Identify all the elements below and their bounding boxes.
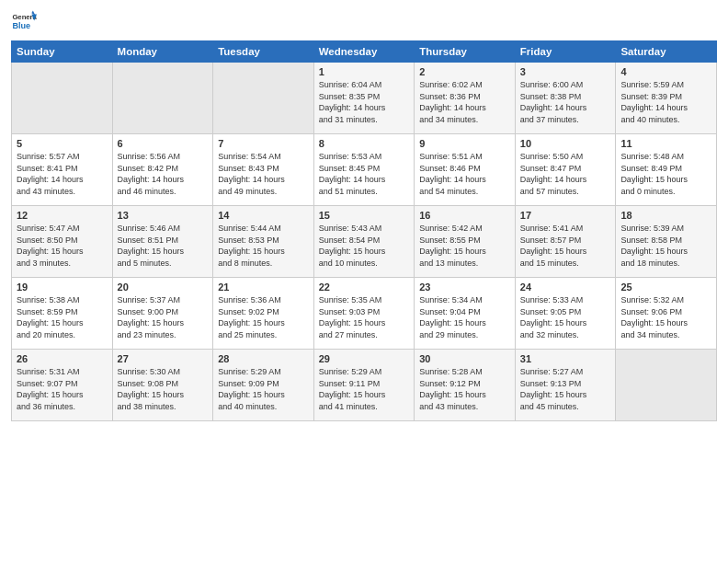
day-number: 27 — [118, 353, 209, 364]
calendar-cell — [112, 63, 213, 134]
day-number: 7 — [218, 138, 309, 149]
col-header-monday: Monday — [112, 41, 213, 63]
day-number: 13 — [118, 210, 209, 221]
calendar-cell — [12, 63, 113, 134]
day-info: Sunrise: 5:39 AMSunset: 8:58 PMDaylight:… — [620, 223, 711, 269]
day-info: Sunrise: 5:44 AMSunset: 8:53 PMDaylight:… — [218, 223, 309, 269]
day-number: 26 — [17, 353, 108, 364]
day-info: Sunrise: 5:32 AMSunset: 9:06 PMDaylight:… — [620, 294, 711, 340]
week-row-4: 19Sunrise: 5:38 AMSunset: 8:59 PMDayligh… — [12, 278, 717, 350]
page-container: General Blue SundayMondayTuesdayWednesda… — [0, 0, 728, 429]
day-number: 8 — [319, 138, 410, 149]
day-number: 29 — [319, 353, 410, 364]
calendar-cell: 24Sunrise: 5:33 AMSunset: 9:05 PMDayligh… — [515, 278, 616, 350]
calendar-cell: 3Sunrise: 6:00 AMSunset: 8:38 PMDaylight… — [515, 63, 616, 134]
day-number: 6 — [118, 138, 209, 149]
day-number: 5 — [17, 138, 108, 149]
day-number: 2 — [419, 66, 510, 77]
day-number: 16 — [419, 210, 510, 221]
day-info: Sunrise: 5:54 AMSunset: 8:43 PMDaylight:… — [218, 151, 309, 197]
day-info: Sunrise: 5:31 AMSunset: 9:07 PMDaylight:… — [17, 366, 108, 412]
calendar-cell: 7Sunrise: 5:54 AMSunset: 8:43 PMDaylight… — [213, 134, 314, 206]
calendar-cell: 21Sunrise: 5:36 AMSunset: 9:02 PMDayligh… — [213, 278, 314, 350]
day-info: Sunrise: 5:37 AMSunset: 9:00 PMDaylight:… — [118, 294, 209, 340]
calendar-cell: 14Sunrise: 5:44 AMSunset: 8:53 PMDayligh… — [213, 206, 314, 278]
day-info: Sunrise: 5:59 AMSunset: 8:39 PMDaylight:… — [620, 79, 711, 125]
day-info: Sunrise: 6:02 AMSunset: 8:36 PMDaylight:… — [419, 79, 510, 125]
day-info: Sunrise: 5:46 AMSunset: 8:51 PMDaylight:… — [118, 223, 209, 269]
col-header-tuesday: Tuesday — [213, 41, 314, 63]
header-row: SundayMondayTuesdayWednesdayThursdayFrid… — [12, 41, 717, 63]
calendar-cell: 20Sunrise: 5:37 AMSunset: 9:00 PMDayligh… — [112, 278, 213, 350]
logo: General Blue — [11, 9, 40, 35]
col-header-wednesday: Wednesday — [313, 41, 415, 63]
day-info: Sunrise: 5:51 AMSunset: 8:46 PMDaylight:… — [419, 151, 510, 197]
day-info: Sunrise: 5:53 AMSunset: 8:45 PMDaylight:… — [319, 151, 410, 197]
day-number: 23 — [419, 282, 510, 293]
day-number: 10 — [520, 138, 611, 149]
day-number: 1 — [319, 66, 410, 77]
calendar-cell: 22Sunrise: 5:35 AMSunset: 9:03 PMDayligh… — [313, 278, 415, 350]
day-number: 21 — [218, 282, 309, 293]
calendar-cell: 1Sunrise: 6:04 AMSunset: 8:35 PMDaylight… — [313, 63, 415, 134]
calendar-cell: 18Sunrise: 5:39 AMSunset: 8:58 PMDayligh… — [616, 206, 717, 278]
calendar-cell: 28Sunrise: 5:29 AMSunset: 9:09 PMDayligh… — [213, 350, 314, 421]
day-number: 4 — [620, 66, 711, 77]
calendar-cell: 27Sunrise: 5:30 AMSunset: 9:08 PMDayligh… — [112, 350, 213, 421]
day-number: 18 — [620, 210, 711, 221]
day-info: Sunrise: 5:50 AMSunset: 8:47 PMDaylight:… — [520, 151, 611, 197]
calendar-cell: 31Sunrise: 5:27 AMSunset: 9:13 PMDayligh… — [515, 350, 616, 421]
day-info: Sunrise: 5:34 AMSunset: 9:04 PMDaylight:… — [419, 294, 510, 340]
day-info: Sunrise: 5:42 AMSunset: 8:55 PMDaylight:… — [419, 223, 510, 269]
week-row-3: 12Sunrise: 5:47 AMSunset: 8:50 PMDayligh… — [12, 206, 717, 278]
col-header-friday: Friday — [515, 41, 616, 63]
day-number: 12 — [17, 210, 108, 221]
calendar-cell: 30Sunrise: 5:28 AMSunset: 9:12 PMDayligh… — [415, 350, 516, 421]
week-row-5: 26Sunrise: 5:31 AMSunset: 9:07 PMDayligh… — [12, 350, 717, 421]
calendar-cell: 8Sunrise: 5:53 AMSunset: 8:45 PMDaylight… — [313, 134, 415, 206]
day-info: Sunrise: 5:43 AMSunset: 8:54 PMDaylight:… — [319, 223, 410, 269]
calendar-cell: 29Sunrise: 5:29 AMSunset: 9:11 PMDayligh… — [313, 350, 415, 421]
day-number: 24 — [520, 282, 611, 293]
calendar-cell: 2Sunrise: 6:02 AMSunset: 8:36 PMDaylight… — [415, 63, 516, 134]
calendar-cell: 19Sunrise: 5:38 AMSunset: 8:59 PMDayligh… — [12, 278, 113, 350]
calendar-cell: 25Sunrise: 5:32 AMSunset: 9:06 PMDayligh… — [616, 278, 717, 350]
calendar-cell: 10Sunrise: 5:50 AMSunset: 8:47 PMDayligh… — [515, 134, 616, 206]
calendar-cell: 17Sunrise: 5:41 AMSunset: 8:57 PMDayligh… — [515, 206, 616, 278]
calendar-cell: 4Sunrise: 5:59 AMSunset: 8:39 PMDaylight… — [616, 63, 717, 134]
calendar-cell — [213, 63, 314, 134]
day-number: 11 — [620, 138, 711, 149]
calendar-cell: 13Sunrise: 5:46 AMSunset: 8:51 PMDayligh… — [112, 206, 213, 278]
calendar-cell: 11Sunrise: 5:48 AMSunset: 8:49 PMDayligh… — [616, 134, 717, 206]
calendar-cell: 23Sunrise: 5:34 AMSunset: 9:04 PMDayligh… — [415, 278, 516, 350]
day-info: Sunrise: 5:29 AMSunset: 9:11 PMDaylight:… — [319, 366, 410, 412]
day-number: 17 — [520, 210, 611, 221]
day-number: 15 — [319, 210, 410, 221]
day-info: Sunrise: 5:27 AMSunset: 9:13 PMDaylight:… — [520, 366, 611, 412]
day-info: Sunrise: 5:48 AMSunset: 8:49 PMDaylight:… — [620, 151, 711, 197]
day-info: Sunrise: 5:33 AMSunset: 9:05 PMDaylight:… — [520, 294, 611, 340]
calendar-cell: 12Sunrise: 5:47 AMSunset: 8:50 PMDayligh… — [12, 206, 113, 278]
day-number: 9 — [419, 138, 510, 149]
day-info: Sunrise: 5:57 AMSunset: 8:41 PMDaylight:… — [17, 151, 108, 197]
calendar-cell: 5Sunrise: 5:57 AMSunset: 8:41 PMDaylight… — [12, 134, 113, 206]
day-number: 22 — [319, 282, 410, 293]
day-info: Sunrise: 5:41 AMSunset: 8:57 PMDaylight:… — [520, 223, 611, 269]
calendar-cell: 9Sunrise: 5:51 AMSunset: 8:46 PMDaylight… — [415, 134, 516, 206]
day-info: Sunrise: 5:29 AMSunset: 9:09 PMDaylight:… — [218, 366, 309, 412]
day-number: 14 — [218, 210, 309, 221]
day-number: 25 — [620, 282, 711, 293]
day-info: Sunrise: 5:38 AMSunset: 8:59 PMDaylight:… — [17, 294, 108, 340]
day-number: 30 — [419, 353, 510, 364]
day-number: 31 — [520, 353, 611, 364]
week-row-1: 1Sunrise: 6:04 AMSunset: 8:35 PMDaylight… — [12, 63, 717, 134]
day-info: Sunrise: 5:28 AMSunset: 9:12 PMDaylight:… — [419, 366, 510, 412]
calendar-cell: 16Sunrise: 5:42 AMSunset: 8:55 PMDayligh… — [415, 206, 516, 278]
day-number: 19 — [17, 282, 108, 293]
col-header-thursday: Thursday — [415, 41, 516, 63]
calendar-cell: 26Sunrise: 5:31 AMSunset: 9:07 PMDayligh… — [12, 350, 113, 421]
logo-icon: General Blue — [11, 9, 37, 35]
day-info: Sunrise: 5:35 AMSunset: 9:03 PMDaylight:… — [319, 294, 410, 340]
calendar-table: SundayMondayTuesdayWednesdayThursdayFrid… — [11, 40, 717, 421]
calendar-cell: 6Sunrise: 5:56 AMSunset: 8:42 PMDaylight… — [112, 134, 213, 206]
